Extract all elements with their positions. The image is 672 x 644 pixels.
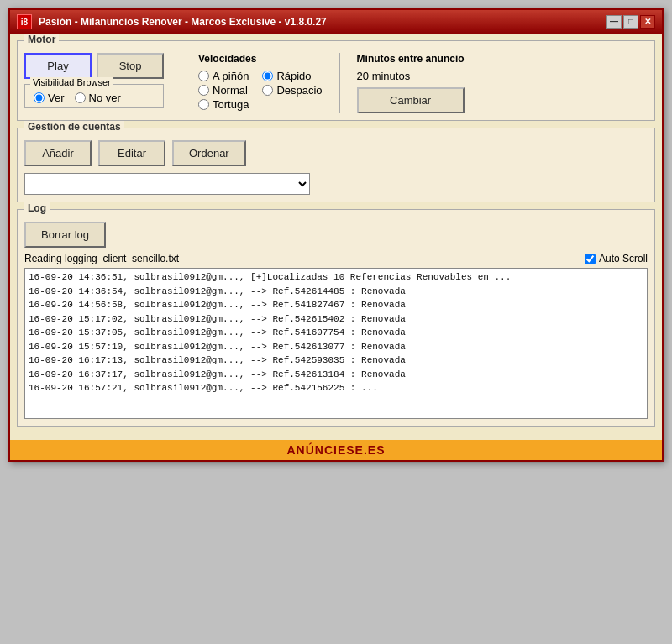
log-entry: 16-09-20 16:57:21, solbrasil0912@gm..., … (29, 381, 643, 395)
visibilidad-box: Visibilidad Browser Ver No ver (24, 84, 164, 108)
vel-rapido-radio[interactable] (262, 71, 273, 81)
velocidades-title: Velocidades (198, 53, 323, 65)
vel-grid: A piñón Rápido Normal Despacio (198, 70, 323, 111)
vel-tortuga-label[interactable]: Tortuga (198, 98, 249, 111)
watermark: ANÚNCIESE.ES (10, 440, 662, 460)
window-content: Motor Play Stop Visibilidad Browser Ver (10, 34, 662, 440)
anadir-button[interactable]: Añadir (24, 140, 92, 166)
vel-apinon-radio[interactable] (198, 71, 209, 81)
motor-buttons: Play Stop (24, 53, 164, 79)
cambiar-button[interactable]: Cambiar (357, 87, 465, 113)
log-section-label: Log (24, 202, 50, 214)
play-button[interactable]: Play (24, 53, 92, 79)
vel-despacio-radio[interactable] (262, 85, 273, 96)
gestion-section-label: Gestión de cuentas (24, 121, 124, 133)
vel-normal-radio[interactable] (198, 85, 209, 96)
stop-button[interactable]: Stop (97, 53, 164, 79)
title-bar: i8 Pasión - Milanuncios Renover - Marcos… (10, 10, 662, 34)
log-info-row: Reading logging_client_sencillo.txt Auto… (24, 253, 648, 264)
no-ver-radio[interactable] (75, 92, 86, 103)
gestion-buttons: Añadir Editar Ordenar (24, 140, 648, 166)
app-icon: i8 (17, 14, 32, 29)
auto-scroll-label[interactable]: Auto Scroll (585, 253, 648, 264)
ordenar-button[interactable]: Ordenar (172, 140, 246, 166)
minutos-value: 20 minutos (357, 70, 465, 82)
main-window: i8 Pasión - Milanuncios Renover - Marcos… (8, 8, 664, 462)
log-entry: 16-09-20 14:56:58, solbrasil0912@gm..., … (29, 298, 643, 312)
log-entry: 16-09-20 15:17:02, solbrasil0912@gm..., … (29, 312, 643, 327)
restore-button[interactable]: □ (623, 15, 638, 29)
motor-left: Play Stop Visibilidad Browser Ver (24, 53, 164, 108)
velocidades-box: Velocidades A piñón Rápido Normal (198, 53, 323, 111)
log-section: Log Borrar log Reading logging_client_se… (17, 209, 655, 427)
log-reading-label: Reading logging_client_sencillo.txt (24, 253, 179, 264)
log-entry: 16-09-20 15:37:05, solbrasil0912@gm..., … (29, 326, 643, 340)
log-header: Borrar log (24, 222, 648, 248)
motor-row: Play Stop Visibilidad Browser Ver (24, 53, 648, 113)
auto-scroll-checkbox[interactable] (585, 254, 596, 264)
separator-2 (339, 53, 340, 113)
cuenta-select[interactable] (24, 173, 310, 195)
window-title: Pasión - Milanuncios Renover - Marcos Ex… (39, 16, 600, 28)
close-button[interactable]: ✕ (640, 15, 655, 29)
window-controls: — □ ✕ (606, 15, 655, 29)
motor-section: Motor Play Stop Visibilidad Browser Ver (17, 40, 655, 121)
no-ver-radio-label[interactable]: No ver (75, 92, 121, 104)
vel-rapido-label[interactable]: Rápido (262, 70, 322, 82)
log-entry: 16-09-20 14:36:54, solbrasil0912@gm..., … (29, 285, 643, 299)
vel-apinon-label[interactable]: A piñón (198, 70, 249, 82)
vel-despacio-label[interactable]: Despacio (262, 84, 322, 97)
visibilidad-label: Visibilidad Browser (30, 77, 113, 87)
motor-section-label: Motor (24, 34, 59, 45)
log-entry: 16-09-20 16:17:13, solbrasil0912@gm..., … (29, 353, 643, 368)
gestion-section: Gestión de cuentas Añadir Editar Ordenar (17, 128, 655, 202)
minimize-button[interactable]: — (606, 15, 622, 29)
editar-button[interactable]: Editar (98, 140, 165, 166)
log-area[interactable]: 16-09-20 14:36:51, solbrasil0912@gm..., … (24, 268, 648, 419)
borrar-log-button[interactable]: Borrar log (24, 222, 106, 248)
log-entry: 16-09-20 14:36:51, solbrasil0912@gm..., … (29, 270, 643, 285)
gestion-select-row (24, 173, 648, 195)
log-entry: 16-09-20 15:57:10, solbrasil0912@gm..., … (29, 340, 643, 354)
visibilidad-radio-row: Ver No ver (34, 92, 155, 104)
vel-tortuga-radio[interactable] (198, 99, 209, 110)
log-entry: 16-09-20 16:37:17, solbrasil0912@gm..., … (29, 368, 643, 382)
separator-1 (181, 53, 181, 113)
minutos-box: Minutos entre anuncio 20 minutos Cambiar (357, 53, 465, 113)
ver-radio-label[interactable]: Ver (34, 92, 65, 104)
minutos-title: Minutos entre anuncio (357, 53, 465, 65)
ver-radio[interactable] (34, 92, 45, 103)
vel-normal-label[interactable]: Normal (198, 84, 249, 97)
